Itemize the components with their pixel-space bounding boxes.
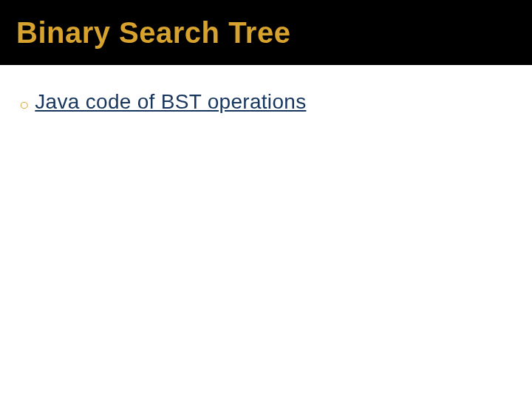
content-area: ○ Java code of BST operations	[0, 65, 532, 139]
circle-bullet-icon: ○	[19, 97, 29, 113]
list-item: ○ Java code of BST operations	[19, 90, 513, 114]
title-band: Binary Search Tree	[0, 0, 532, 65]
bst-java-code-link[interactable]: Java code of BST operations	[35, 90, 306, 114]
page-title: Binary Search Tree	[16, 16, 290, 50]
